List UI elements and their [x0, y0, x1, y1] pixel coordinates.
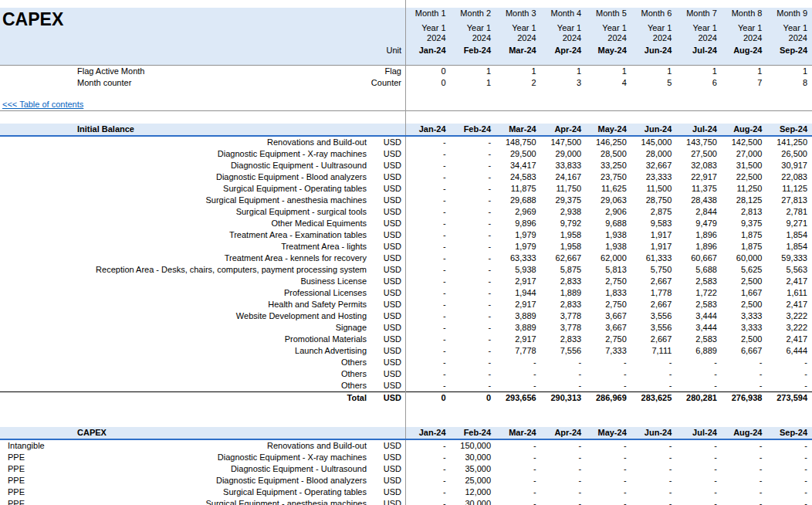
cell-value[interactable]: 1,958 [541, 241, 587, 252]
cell-value[interactable]: 3,889 [496, 322, 541, 334]
cell-value[interactable]: - [766, 463, 812, 475]
cell-value[interactable]: 3,333 [722, 310, 767, 322]
cell-value[interactable]: - [722, 368, 767, 380]
cell-value[interactable]: - [676, 380, 722, 391]
row-label[interactable]: Month counter [73, 77, 367, 89]
cell-value[interactable]: 1,917 [631, 241, 677, 252]
cell-value[interactable]: 290,313 [541, 392, 587, 404]
row-label[interactable]: Diagnostic Equipment - Blood analyzers [73, 475, 367, 486]
cell-value[interactable]: 2,583 [676, 276, 722, 287]
month-label-header[interactable]: Jun-24 [631, 427, 677, 439]
month-number-header[interactable]: Month 6 [631, 8, 677, 19]
cell-value[interactable]: - [405, 252, 451, 264]
cell-value[interactable]: 29,063 [586, 195, 631, 206]
row-label[interactable]: Diagnostic Equipment - X-ray machines [73, 148, 367, 160]
cell-value[interactable]: 273,594 [766, 392, 812, 404]
cell-value[interactable]: - [722, 380, 767, 391]
calendar-year-header[interactable]: 2024 [586, 33, 631, 43]
cell-value[interactable]: - [405, 206, 451, 218]
year-header[interactable]: Year 1 [722, 23, 767, 33]
year-header[interactable]: Year 1 [541, 23, 587, 33]
cell-value[interactable]: 146,250 [586, 137, 631, 148]
row-category[interactable]: PPE [0, 486, 73, 498]
cell-value[interactable]: 280,281 [676, 392, 722, 404]
row-unit[interactable]: USD [367, 334, 405, 345]
cell-value[interactable]: 6,444 [766, 345, 812, 357]
cell-value[interactable]: 7,111 [631, 345, 677, 357]
cell-value[interactable]: 12,000 [451, 486, 496, 498]
cell-value[interactable]: - [451, 160, 496, 171]
cell-value[interactable]: 0 [451, 392, 496, 404]
month-label-header[interactable]: Feb-24 [451, 43, 496, 57]
cell-value[interactable]: 8 [766, 77, 812, 89]
cell-value[interactable]: 150,000 [451, 440, 496, 452]
cell-value[interactable]: 3,444 [676, 322, 722, 334]
unit-column-header[interactable]: Unit [367, 43, 405, 57]
cell-value[interactable]: - [451, 380, 496, 391]
cell-value[interactable]: 29,500 [496, 148, 541, 160]
cell-value[interactable]: 2,583 [676, 334, 722, 345]
cell-value[interactable]: - [451, 357, 496, 368]
cell-value[interactable]: 2,750 [586, 276, 631, 287]
cell-value[interactable]: 1 [451, 77, 496, 89]
row-unit[interactable]: USD [367, 486, 405, 498]
cell-value[interactable]: - [586, 498, 631, 505]
cell-value[interactable]: - [766, 486, 812, 498]
row-unit[interactable]: USD [367, 357, 405, 368]
row-unit[interactable]: USD [367, 345, 405, 357]
cell-value[interactable]: - [405, 440, 451, 452]
cell-value[interactable]: - [405, 264, 451, 276]
calendar-year-header[interactable]: 2024 [631, 33, 677, 43]
row-label[interactable]: Business License [73, 276, 367, 287]
cell-value[interactable]: 29,000 [541, 148, 587, 160]
row-label[interactable]: Surgical Equipment - anesthesia machines [73, 195, 367, 206]
cell-value[interactable]: - [541, 498, 587, 505]
cell-value[interactable]: 2,938 [541, 206, 587, 218]
cell-value[interactable]: - [586, 475, 631, 486]
row-label[interactable]: Professional Licenses [73, 287, 367, 299]
cell-value[interactable]: - [405, 322, 451, 334]
cell-value[interactable]: - [451, 206, 496, 218]
cell-value[interactable]: 30,000 [451, 498, 496, 505]
cell-value[interactable]: - [676, 475, 722, 486]
month-label-header[interactable]: Jun-24 [631, 43, 677, 57]
cell-value[interactable]: - [405, 183, 451, 195]
cell-value[interactable]: 28,750 [631, 195, 677, 206]
cell-value[interactable]: 33,250 [586, 160, 631, 171]
cell-value[interactable]: 2,667 [631, 276, 677, 287]
row-category[interactable]: Intangible [0, 440, 73, 452]
row-category[interactable]: PPE [0, 475, 73, 486]
cell-value[interactable]: - [496, 380, 541, 391]
calendar-year-header[interactable]: 2024 [496, 33, 541, 43]
cell-value[interactable]: 1,611 [766, 287, 812, 299]
cell-value[interactable]: - [451, 276, 496, 287]
cell-value[interactable]: - [586, 440, 631, 452]
cell-value[interactable]: 11,750 [541, 183, 587, 195]
cell-value[interactable]: 1,854 [766, 241, 812, 252]
cell-value[interactable]: - [631, 486, 677, 498]
cell-value[interactable]: 3,889 [496, 310, 541, 322]
cell-value[interactable]: - [405, 241, 451, 252]
cell-value[interactable]: - [405, 357, 451, 368]
cell-value[interactable]: 5,563 [766, 264, 812, 276]
row-unit[interactable]: USD [367, 206, 405, 218]
cell-value[interactable]: - [631, 440, 677, 452]
cell-value[interactable]: - [676, 452, 722, 463]
cell-value[interactable]: 3,222 [766, 310, 812, 322]
row-unit[interactable]: USD [367, 322, 405, 334]
cell-value[interactable]: 1 [586, 66, 631, 77]
cell-value[interactable]: 1 [631, 66, 677, 77]
row-unit[interactable]: USD [367, 392, 405, 404]
cell-value[interactable]: - [586, 452, 631, 463]
cell-value[interactable]: - [496, 463, 541, 475]
cell-value[interactable]: 147,500 [541, 137, 587, 148]
cell-value[interactable]: 1 [766, 66, 812, 77]
cell-value[interactable]: 2,875 [631, 206, 677, 218]
cell-value[interactable]: - [676, 368, 722, 380]
month-number-header[interactable]: Month 5 [586, 8, 631, 19]
cell-value[interactable]: 22,083 [766, 171, 812, 183]
cell-value[interactable]: 4 [586, 77, 631, 89]
month-label-header[interactable]: May-24 [586, 427, 631, 439]
cell-value[interactable]: - [766, 452, 812, 463]
row-unit[interactable]: USD [367, 183, 405, 195]
